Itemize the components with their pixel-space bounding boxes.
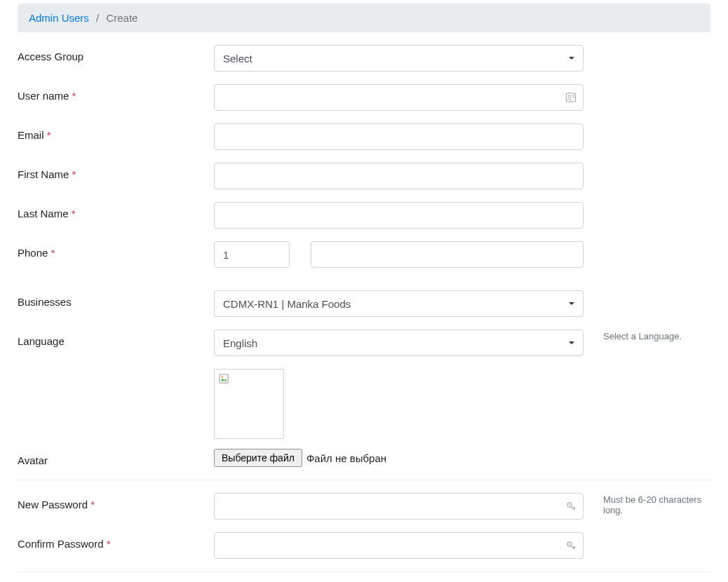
email-input[interactable] [214, 123, 584, 150]
svg-marker-5 [221, 379, 227, 381]
user-name-input[interactable] [214, 84, 584, 111]
svg-point-9 [569, 504, 570, 506]
language-select[interactable]: English [214, 330, 584, 356]
svg-point-6 [221, 376, 222, 377]
breadcrumb-parent-link[interactable]: Admin Users [29, 12, 89, 24]
label-user-name: User name * [18, 84, 214, 102]
svg-rect-4 [220, 374, 228, 383]
password-section: New Password * Must be 6-20 characters l… [0, 493, 728, 559]
avatar-file-status: Файл не выбран [306, 452, 386, 464]
label-phone: Phone * [18, 241, 214, 259]
label-businesses: Businesses [18, 290, 214, 308]
breadcrumb: Admin Users / Create [18, 4, 710, 32]
first-name-input[interactable] [214, 163, 584, 189]
section-divider [18, 480, 710, 480]
row-confirm-password: Confirm Password * [18, 532, 710, 559]
required-mark: * [90, 499, 95, 510]
svg-point-1 [568, 95, 571, 98]
label-language: Language [18, 330, 214, 347]
row-new-password: New Password * Must be 6-20 characters l… [18, 493, 710, 520]
label-last-name: Last Name * [18, 202, 214, 219]
svg-point-11 [569, 543, 570, 545]
key-icon [565, 540, 577, 551]
avatar-file-button[interactable]: Выберите файл [214, 449, 302, 467]
required-mark: * [72, 90, 76, 102]
key-icon [565, 501, 577, 512]
create-admin-form: Access Group Select User name * [0, 45, 728, 467]
contact-card-icon [565, 92, 577, 103]
label-access-group: Access Group [18, 45, 214, 62]
row-businesses: Businesses CDMX-RN1 | Manka Foods [18, 290, 710, 317]
broken-image-icon [219, 374, 229, 384]
row-email: Email * [18, 123, 710, 150]
new-password-input[interactable] [214, 493, 584, 520]
section-divider [18, 571, 710, 572]
row-first-name: First Name * [18, 163, 710, 189]
businesses-select[interactable]: CDMX-RN1 | Manka Foods [214, 290, 584, 317]
help-language: Select a Language. [584, 330, 710, 341]
help-password: Must be 6-20 characters long. [584, 493, 710, 515]
breadcrumb-current: Create [106, 12, 137, 24]
required-mark: * [72, 208, 76, 219]
required-mark: * [107, 538, 111, 550]
row-phone: Phone * [18, 241, 710, 268]
row-avatar: Avatar Выберите файл Файл не выбран [18, 449, 710, 467]
label-avatar: Avatar [18, 449, 214, 466]
row-last-name: Last Name * [18, 202, 710, 229]
row-user-name: User name * [18, 84, 710, 111]
required-mark: * [72, 168, 76, 180]
phone-code-input[interactable] [214, 241, 290, 268]
row-avatar-preview [18, 369, 710, 439]
access-group-select[interactable]: Select [214, 45, 584, 72]
last-name-input[interactable] [214, 202, 584, 229]
avatar-preview [214, 369, 284, 439]
breadcrumb-separator: / [96, 12, 99, 24]
svg-line-7 [220, 375, 228, 383]
required-mark: * [51, 247, 55, 259]
label-first-name: First Name * [18, 163, 214, 180]
row-language: Language English Select a Language. [18, 330, 710, 356]
required-mark: * [47, 129, 51, 141]
phone-number-input[interactable] [311, 241, 584, 268]
label-email: Email * [18, 123, 214, 141]
row-access-group: Access Group Select [18, 45, 710, 72]
confirm-password-input[interactable] [214, 532, 584, 559]
label-new-password: New Password * [18, 493, 214, 510]
label-confirm-password: Confirm Password * [18, 532, 214, 550]
